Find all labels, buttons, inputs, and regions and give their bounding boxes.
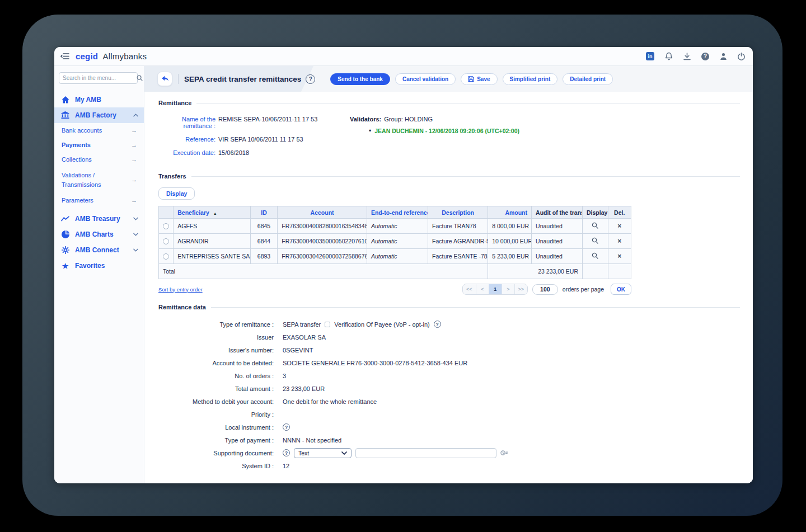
sidebar-item-amb-charts[interactable]: AMB Charts <box>54 227 144 242</box>
logout-power-icon[interactable] <box>738 53 745 60</box>
column-header-id[interactable]: ID <box>250 206 278 219</box>
cell-account: FR7630004003500005022076102 <box>278 234 367 249</box>
column-header-account[interactable]: Account <box>278 206 367 219</box>
sidebar-item-my-amb[interactable]: My AMB <box>54 92 144 107</box>
field-reference: Reference: VIR SEPA 10/06/2011 11 17 53 <box>158 136 350 143</box>
sidebar-item-favorites[interactable]: ★ Favorites <box>54 258 144 274</box>
sort-by-entry-order-link[interactable]: Sort by entry order <box>158 286 203 293</box>
page-help-icon[interactable]: ? <box>306 74 315 84</box>
column-header-del: Del. <box>608 206 631 219</box>
last-page-button[interactable]: >> <box>514 284 527 294</box>
cell-e2e: Automatic <box>367 249 428 264</box>
remittance-fields: Name of the remittance : REMISE SEPA-10/… <box>158 116 350 163</box>
current-page[interactable]: 1 <box>489 284 502 294</box>
transfers-table: Beneficiary ▲ ID Account End-to-end refe… <box>158 206 631 279</box>
notifications-bell-icon[interactable] <box>665 52 673 60</box>
sidebar-item-parameters[interactable]: Parameters → <box>54 193 144 208</box>
prev-page-button[interactable]: < <box>476 284 489 294</box>
magnifier-icon[interactable] <box>592 237 598 244</box>
remittance-data-rows: Type of remittance : SEPA transfer Verif… <box>158 318 740 472</box>
supporting-document-type-select[interactable]: Text <box>294 448 352 458</box>
bullet-icon: • <box>369 127 371 135</box>
sidebar-item-amb-factory[interactable]: AMB Factory <box>54 107 144 123</box>
sidebar-item-label: Collections <box>62 156 92 163</box>
first-page-button[interactable]: << <box>463 284 476 294</box>
home-icon <box>61 96 69 103</box>
sidebar-item-collections[interactable]: Collections → <box>54 152 144 167</box>
cell-description: Facture TRAN78 <box>428 219 488 234</box>
back-button[interactable] <box>157 72 172 86</box>
save-floppy-icon <box>468 76 474 82</box>
field-priority: Priority : <box>158 408 740 421</box>
next-page-button[interactable]: > <box>502 284 514 294</box>
row-radio[interactable] <box>163 253 169 260</box>
sidebar-item-amb-treasury[interactable]: AMB Treasury <box>54 211 144 227</box>
field-issuer-number: Issuer's number: 0SGEVINT <box>158 343 740 356</box>
field-execution-date: Execution date: 15/06/2018 <box>158 149 350 156</box>
page-title: SEPA credit transfer remittances <box>184 75 301 83</box>
menu-search-box[interactable] <box>59 72 138 84</box>
brand-logo: cegid Allmybanks <box>76 51 147 61</box>
cell-amount: 10 000,00 EUR <box>488 234 532 249</box>
cell-audit: Unaudited <box>532 234 583 249</box>
help-icon[interactable]: ? <box>701 53 709 60</box>
section-rule <box>191 176 740 177</box>
linkedin-icon[interactable]: in <box>646 52 654 60</box>
user-profile-icon[interactable] <box>720 53 727 60</box>
save-button[interactable]: Save <box>461 73 497 85</box>
sidebar-item-label: AMB Factory <box>75 111 116 119</box>
search-icon <box>137 75 143 81</box>
display-button[interactable]: Display <box>158 187 195 200</box>
delete-icon[interactable]: × <box>617 252 621 260</box>
chevron-down-icon <box>133 233 138 236</box>
section-title: Remittance data <box>158 304 206 310</box>
vop-checkbox[interactable] <box>325 322 330 327</box>
menu-search-input[interactable] <box>63 75 137 81</box>
magnifier-icon[interactable] <box>592 222 598 229</box>
arrow-right-icon: → <box>131 142 137 148</box>
total-amount: 23 233,00 EUR <box>488 264 583 279</box>
supporting-document-input[interactable] <box>355 448 496 458</box>
orders-per-page-input[interactable] <box>532 284 558 295</box>
download-icon[interactable] <box>683 53 691 60</box>
chevron-up-icon <box>133 114 138 117</box>
delete-icon[interactable]: × <box>617 222 621 230</box>
cell-e2e: Automatic <box>367 219 428 234</box>
table-header-row: Beneficiary ▲ ID Account End-to-end refe… <box>159 206 631 219</box>
supporting-document-help-icon[interactable]: ? <box>283 449 290 456</box>
collapse-menu-icon[interactable] <box>60 53 70 60</box>
magnifier-icon[interactable] <box>592 252 598 259</box>
validators-label: Validators: <box>350 116 381 123</box>
sidebar-item-validations-transmissions[interactable]: Validations / Transmissions → <box>54 167 144 193</box>
chevron-down-icon <box>133 217 138 220</box>
sidebar-item-payments[interactable]: Payments → <box>54 138 144 152</box>
pie-chart-icon <box>61 230 69 238</box>
cell-description: Facture AGRANDIR-56 <box>428 234 488 249</box>
ok-button[interactable]: OK <box>611 284 631 295</box>
history-clock-icon[interactable] <box>500 450 509 456</box>
cancel-validation-button[interactable]: Cancel validation <box>395 73 456 85</box>
validators-group: Group: HOLDING <box>384 116 433 123</box>
column-header-e2e-reference[interactable]: End-to-end reference <box>367 206 428 219</box>
table-row: ENTREPRISES SANTE SARL 6893 FR7630003042… <box>159 249 631 264</box>
send-to-bank-button[interactable]: Send to the bank <box>330 73 390 85</box>
sidebar-item-label: Bank accounts <box>62 127 102 134</box>
vop-label: Verification Of Payee (VoP - opt-in) <box>334 321 429 328</box>
delete-icon[interactable]: × <box>617 237 621 245</box>
sidebar-item-amb-connect[interactable]: AMB Connect <box>54 242 144 258</box>
column-header-amount[interactable]: Amount <box>488 206 532 219</box>
column-header-description[interactable]: Description <box>428 206 488 219</box>
stage: cegid Allmybanks in <box>0 0 806 532</box>
detailed-print-button[interactable]: Detailed print <box>563 73 613 85</box>
column-header-display: Display <box>583 206 608 219</box>
sidebar-item-label: Favorites <box>75 262 105 270</box>
sidebar-item-bank-accounts[interactable]: Bank accounts → <box>54 123 144 138</box>
local-instrument-help-icon[interactable]: ? <box>283 423 290 431</box>
row-radio[interactable] <box>163 238 169 244</box>
app-window: cegid Allmybanks in <box>54 47 753 483</box>
row-radio[interactable] <box>163 223 169 229</box>
remittance-data-section: Remittance data Type of remittance : SEP… <box>158 304 740 472</box>
simplified-print-button[interactable]: Simplified print <box>503 73 558 85</box>
column-header-beneficiary[interactable]: Beneficiary ▲ <box>174 206 250 219</box>
vop-help-icon[interactable]: ? <box>434 321 441 328</box>
